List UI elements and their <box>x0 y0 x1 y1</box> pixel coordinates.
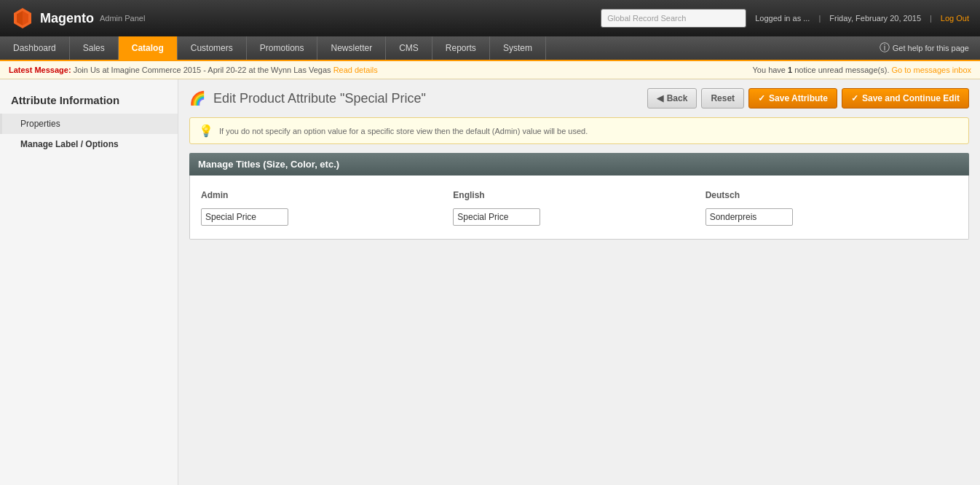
date-text: Friday, February 20, 2015 <box>829 14 921 23</box>
global-search-input[interactable] <box>601 9 746 28</box>
notice-text-content: If you do not specify an option value fo… <box>219 127 588 135</box>
save-attribute-label: Save Attribute <box>769 93 828 103</box>
message-body: Join Us at Imagine Commerce 2015 - April… <box>74 66 331 74</box>
sidebar-item-properties[interactable]: Properties <box>0 114 178 134</box>
save-attribute-button[interactable]: ✓ Save Attribute <box>748 88 837 109</box>
bulb-icon: 💡 <box>199 124 213 138</box>
section-title-text: Manage Titles (Size, Color, etc.) <box>198 159 339 170</box>
notice-prefix: You have <box>753 66 786 74</box>
nav-item-catalog[interactable]: Catalog <box>119 36 178 60</box>
nav-item-promotions[interactable]: Promotions <box>247 36 318 60</box>
action-buttons: ◀ Back Reset ✓ Save Attribute ✓ Save and… <box>647 88 969 109</box>
nav-item-newsletter[interactable]: Newsletter <box>317 36 386 60</box>
logo-area: Magento Admin Panel <box>11 7 145 30</box>
admin-value-input[interactable] <box>201 208 288 226</box>
nav-item-system[interactable]: System <box>490 36 546 60</box>
nav-item-cms[interactable]: CMS <box>386 36 432 60</box>
manage-titles-section: Manage Titles (Size, Color, etc.) Admin … <box>189 153 969 240</box>
notice-count-val: 1 <box>788 66 792 74</box>
help-label: Get help for this page <box>893 44 969 52</box>
latest-label: Latest Message: <box>9 66 71 74</box>
english-value-input[interactable] <box>453 208 540 226</box>
page-title-text: Edit Product Attribute "Special Price" <box>213 91 426 106</box>
back-label: Back <box>667 93 688 103</box>
content-area: 🌈 Edit Product Attribute "Special Price"… <box>178 79 980 485</box>
col-english: English <box>453 186 705 206</box>
nav-item-sales[interactable]: Sales <box>70 36 119 60</box>
save-continue-button[interactable]: ✓ Save and Continue Edit <box>842 88 969 109</box>
notice-suffix-text: notice unread message(s). <box>794 66 889 74</box>
manage-titles-table: Admin English Deutsch <box>201 186 957 228</box>
logout-link[interactable]: Log Out <box>941 14 969 23</box>
reset-label: Reset <box>711 93 735 103</box>
magento-logo-icon <box>11 7 34 30</box>
nav-item-customers[interactable]: Customers <box>178 36 247 60</box>
page-title: 🌈 Edit Product Attribute "Special Price" <box>189 90 426 106</box>
reset-button[interactable]: Reset <box>701 88 744 109</box>
help-link[interactable]: ⓘ Get help for this page <box>869 36 980 60</box>
go-to-messages-link[interactable]: Go to messages inbox <box>892 66 971 74</box>
col-deutsch: Deutsch <box>706 186 957 206</box>
header: Magento Admin Panel Logged in as ... | F… <box>0 0 980 36</box>
nav-item-reports[interactable]: Reports <box>432 36 490 60</box>
logo-text: Magento <box>40 11 94 26</box>
header-right: Logged in as ... | Friday, February 20, … <box>601 9 969 28</box>
rainbow-icon: 🌈 <box>189 91 205 106</box>
english-cell <box>453 206 705 228</box>
help-icon: ⓘ <box>880 42 890 55</box>
admin-cell <box>201 206 453 228</box>
logged-in-text: Logged in as ... <box>755 14 810 23</box>
page-title-bar: 🌈 Edit Product Attribute "Special Price"… <box>189 88 969 109</box>
section-header: Manage Titles (Size, Color, etc.) <box>189 153 969 176</box>
message-bar: Latest Message: Join Us at Imagine Comme… <box>0 61 980 79</box>
main-layout: Attribute Information Properties Manage … <box>0 79 980 485</box>
back-arrow-icon: ◀ <box>657 93 663 103</box>
sidebar-title: Attribute Information <box>0 87 178 114</box>
back-button[interactable]: ◀ Back <box>647 88 698 109</box>
deutsch-value-input[interactable] <box>706 208 793 226</box>
main-nav: Dashboard Sales Catalog Customers Promot… <box>0 36 980 61</box>
read-details-link[interactable]: Read details <box>333 66 378 74</box>
info-notice: 💡 If you do not specify an option value … <box>189 117 969 144</box>
table-row <box>201 206 957 228</box>
logo-sub: Admin Panel <box>100 14 145 23</box>
section-body: Admin English Deutsch <box>189 176 969 240</box>
save-continue-check-icon: ✓ <box>851 93 858 103</box>
sidebar-item-manage-label[interactable]: Manage Label / Options <box>0 134 178 154</box>
sidebar: Attribute Information Properties Manage … <box>0 79 178 485</box>
save-check-icon: ✓ <box>758 93 765 103</box>
deutsch-cell <box>706 206 957 228</box>
col-admin: Admin <box>201 186 453 206</box>
nav-item-dashboard[interactable]: Dashboard <box>0 36 70 60</box>
save-continue-label: Save and Continue Edit <box>862 93 960 103</box>
